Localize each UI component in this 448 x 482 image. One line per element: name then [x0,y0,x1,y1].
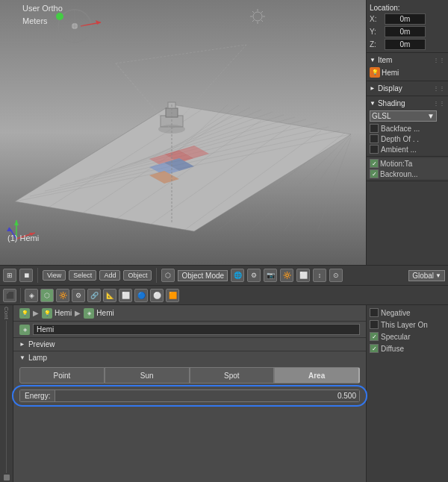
backface-row: Backface ... [367,123,448,134]
props-icon-5[interactable]: ⚙ [72,289,85,302]
location-y-row: Y: [367,25,448,38]
depth-checkbox[interactable] [370,134,379,143]
item-collapse-icon: ▼ [370,57,376,63]
specular-row: ✓ Specular [367,331,448,342]
breadcrumb-arrow-2: ▶ [75,309,81,317]
props-icon-2[interactable]: ◈ [25,289,38,302]
item-drag-handle: ⋮⋮ [433,57,445,63]
motion-row: ✓ Motion:Ta [367,158,448,169]
backround-checkbox[interactable]: ✓ [370,169,379,178]
toolbar-icon-10[interactable]: ⊙ [329,269,343,282]
breadcrumb-text-1: Hemi [55,309,72,317]
backround-label: Backroun... [380,170,418,178]
mode-select[interactable]: Object Mode [178,270,228,281]
y-input[interactable] [385,26,426,37]
props-icon-9[interactable]: 🔵 [134,289,148,302]
location-x-row: X: [367,13,448,25]
shading-drag-handle: ⋮⋮ [433,100,445,107]
props-icon-6[interactable]: 🔗 [87,289,101,302]
sidebar-scroll[interactable] [4,475,10,481]
toolbar-icon-7[interactable]: 🔆 [280,269,293,282]
energy-input[interactable] [55,389,360,402]
props-sep [20,288,21,303]
display-title[interactable]: ▼ Display ⋮⋮ [367,83,448,94]
shading-title-text: Shading [378,99,431,107]
backface-checkbox[interactable] [370,124,379,133]
props-icon-1[interactable]: ⬛ [3,289,16,302]
toolbar-icon-6[interactable]: 📷 [264,269,277,282]
props-toolbar: ⬛ ◈ ⬡ 🔆 ⚙ 🔗 📐 ⬜ 🔵 ⚪ 🟧 [0,286,448,305]
motion-checkbox[interactable]: ✓ [370,159,379,168]
ambient-checkbox[interactable] [370,145,379,154]
specular-checkbox[interactable]: ✓ [370,332,379,341]
diffuse-row: ✓ Diffuse [367,342,448,354]
negative-label: Negative [381,309,410,317]
glsl-select[interactable]: GLSL ▼ [370,110,437,122]
viewport-meters: Meters [22,16,48,25]
shading-section: ▼ Shading ⋮⋮ GLSL ▼ Backface ... Depth O… [367,96,448,157]
item-name: Hemi [382,69,399,77]
props-icon-8[interactable]: ⬜ [119,289,132,302]
right-panel: Location: X: Y: Z: ▼ Item [366,0,448,265]
x-input[interactable] [385,13,426,25]
add-button[interactable]: Add [99,270,120,281]
toolbar-icon-4[interactable]: 🌐 [231,269,244,282]
name-row: ◈ [13,322,366,338]
cont-label: Cont [3,307,10,319]
toolbar-icon-3[interactable]: ⬡ [161,269,175,282]
content-area: Cont 💡 ▶ 💡 Hemi ▶ ◈ Hemi [0,305,448,482]
depth-label: Depth Of . . [381,135,419,143]
breadcrumb: 💡 ▶ 💡 Hemi ▶ ◈ Hemi [13,305,366,322]
z-input[interactable] [385,39,426,50]
glsl-arrow: ▼ [427,112,435,120]
negative-checkbox[interactable] [370,308,379,317]
toolbar-icon-5[interactable]: ⚙ [247,269,261,282]
shading-title[interactable]: ▼ Shading ⋮⋮ [367,98,448,109]
hemi-label: (1) Hemi [7,234,39,242]
bottom-panel: ⬛ ◈ ⬡ 🔆 ⚙ 🔗 📐 ⬜ 🔵 ⚪ 🟧 Cont [0,286,448,482]
preview-section: ▼ Preview [13,338,366,351]
item-section: ▼ Item ⋮⋮ 💡 Hemi [367,53,448,81]
toolbar-icon-9[interactable]: ↕ [313,269,326,282]
sun-button[interactable]: Sun [105,367,190,384]
toolbar-icon-2[interactable]: ⏹ [19,269,33,282]
energy-row: Energy: [19,389,360,402]
backround-row: ✓ Backroun... [367,169,448,179]
diffuse-checkbox[interactable]: ✓ [370,344,379,353]
display-collapse-icon: ▼ [369,86,376,92]
viewport-svg [0,0,366,265]
props-icon-3[interactable]: ⬡ [40,289,54,302]
name-input[interactable] [33,324,360,335]
breadcrumb-arrow-1: ▶ [33,309,39,317]
toolbar-icon-8[interactable]: ⬜ [296,269,310,282]
viewport[interactable]: User Ortho Meters (1) Hemi [0,0,366,265]
props-icon-10[interactable]: ⚪ [150,289,164,302]
item-title[interactable]: ▼ Item ⋮⋮ [367,54,448,66]
preview-label: Preview [28,340,55,348]
backface-label: Backface ... [381,125,420,133]
props-icon-4[interactable]: 🔆 [56,289,69,302]
select-button[interactable]: Select [69,270,96,281]
props-icon-7[interactable]: 📐 [103,289,116,302]
energy-container: Energy: [19,389,360,402]
breadcrumb-icon-1: 💡 [19,308,30,319]
object-button[interactable]: Object [123,270,152,281]
view-button[interactable]: View [43,270,66,281]
item-title-text: Item [378,56,431,64]
toolbar-sep-1 [37,268,38,283]
lamp-section: ▼ Lamp [13,351,366,367]
spot-button[interactable]: Spot [190,367,275,384]
props-icon-11[interactable]: 🟧 [166,289,179,302]
this-layer-checkbox[interactable] [370,320,379,329]
location-header: Location: [367,1,448,13]
preview-header[interactable]: ▼ Preview [19,340,360,348]
global-select[interactable]: Global▼ [408,270,445,281]
display-drag-handle: ⋮⋮ [433,85,445,92]
area-button[interactable]: Area [274,367,360,384]
toolbar-icon-1[interactable]: ⊞ [3,269,16,282]
specular-label: Specular [381,333,410,341]
main-content: 💡 ▶ 💡 Hemi ▶ ◈ Hemi ◈ [13,305,366,482]
viewport-type: User Ortho [22,4,63,13]
point-button[interactable]: Point [19,367,105,384]
viewport-label: User Ortho [22,4,63,13]
